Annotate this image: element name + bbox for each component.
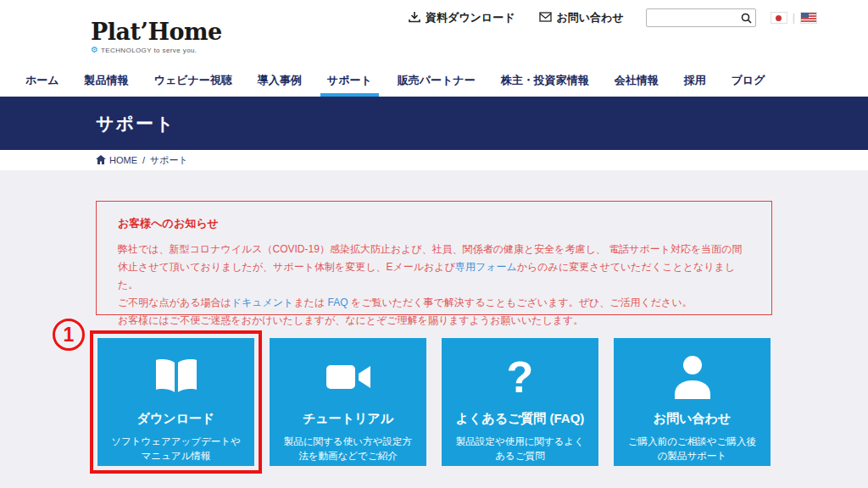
us-flag-icon[interactable] bbox=[801, 13, 816, 23]
card-tutorial-title: チュートリアル bbox=[270, 411, 426, 427]
nav-item-webinar[interactable]: ウェビナー視聴 bbox=[154, 64, 232, 97]
nav-item-support[interactable]: サポート bbox=[327, 64, 372, 97]
card-contact-title: お問い合わせ bbox=[614, 411, 771, 427]
support-cards-row: ダウンロード ソフトウェアアップデートや マニュアル情報 チュートリアル 製品に… bbox=[97, 338, 771, 466]
gear-icon: ⚙ bbox=[91, 46, 98, 54]
notice-text-3: ご不明な点がある場合は bbox=[118, 297, 231, 308]
person-icon bbox=[614, 352, 771, 402]
download-icon bbox=[409, 11, 420, 25]
notice-text-5: をご覧いただく事で解決することもございます。ぜひ、ご活用ください。 bbox=[348, 297, 693, 308]
card-download-desc-line2: マニュアル情報 bbox=[142, 451, 211, 461]
card-faq-desc-line1: 製品設定や使用に関するよく bbox=[456, 436, 584, 446]
breadcrumb-separator: / bbox=[142, 155, 145, 165]
card-contact-desc: ご購入前のご相談やご購入後 の製品サポート bbox=[614, 435, 771, 463]
breadcrumb: HOME / サポート bbox=[96, 154, 188, 167]
annotation-number: 1 bbox=[64, 324, 75, 347]
search-icon[interactable] bbox=[741, 12, 752, 27]
card-contact[interactable]: お問い合わせ ご購入前のご相談やご購入後 の製品サポート bbox=[614, 338, 771, 466]
documents-link[interactable]: ドキュメント bbox=[231, 297, 294, 308]
logo-tagline: ⚙ TECHNOLOGY to serve you. bbox=[91, 46, 222, 54]
annotation-circled-number-1: 1 bbox=[53, 319, 85, 351]
contact-link[interactable]: お問い合わせ bbox=[539, 10, 624, 25]
dedicated-form-link[interactable]: 専用フォーム bbox=[455, 261, 517, 273]
breadcrumb-bar: HOME / サポート bbox=[0, 150, 868, 170]
page: Plat’Home ⚙ TECHNOLOGY to serve you. 資料ダ… bbox=[0, 0, 868, 488]
nav-item-recruit[interactable]: 採用 bbox=[684, 64, 706, 97]
card-faq-desc-line2: あるご質問 bbox=[495, 451, 544, 461]
breadcrumb-home-link[interactable]: HOME bbox=[96, 155, 137, 166]
card-download-desc-line1: ソフトウェアアップデートや bbox=[111, 436, 241, 446]
question-mark-icon: ? bbox=[442, 352, 598, 402]
card-tutorial-desc-line1: 製品に関する使い方や設定方 bbox=[284, 436, 412, 446]
logo-tagline-text: TECHNOLOGY to serve you. bbox=[101, 47, 198, 54]
card-faq-title: よくあるご質問 (FAQ) bbox=[442, 411, 598, 427]
notice-title: お客様へのお知らせ bbox=[118, 216, 750, 231]
contact-label: お問い合わせ bbox=[557, 10, 624, 25]
nav-item-products[interactable]: 製品情報 bbox=[85, 64, 129, 97]
flag-divider: | bbox=[793, 12, 795, 24]
page-hero-banner: サポート bbox=[0, 97, 868, 150]
main-nav: ホーム 製品情報 ウェビナー視聴 導入事例 サポート 販売パートナー 株主・投資… bbox=[0, 64, 868, 97]
card-faq-desc: 製品設定や使用に関するよく あるご質問 bbox=[442, 435, 598, 463]
search-input[interactable] bbox=[646, 8, 756, 27]
nav-item-partners[interactable]: 販売パートナー bbox=[398, 64, 476, 97]
site-logo[interactable]: Plat’Home ⚙ TECHNOLOGY to serve you. bbox=[91, 20, 222, 54]
logo-title: Plat’Home bbox=[91, 20, 222, 44]
breadcrumb-home-label: HOME bbox=[109, 155, 137, 165]
nav-item-company-info[interactable]: 会社情報 bbox=[615, 64, 659, 97]
card-download-desc: ソフトウェアアップデートや マニュアル情報 bbox=[97, 435, 254, 463]
header-utility-bar: 資料ダウンロード お問い合わせ | bbox=[409, 8, 816, 27]
download-materials-link[interactable]: 資料ダウンロード bbox=[409, 10, 515, 25]
notice-body: 弊社では、新型コロナウイルス（COVID-19）感染拡大防止および、社員、関係者… bbox=[118, 241, 750, 330]
faq-link[interactable]: FAQ bbox=[328, 297, 348, 308]
card-download[interactable]: ダウンロード ソフトウェアアップデートや マニュアル情報 bbox=[97, 338, 254, 466]
language-switcher: | bbox=[771, 12, 816, 24]
download-materials-label: 資料ダウンロード bbox=[426, 10, 515, 25]
question-glyph: ? bbox=[507, 355, 534, 399]
card-tutorial[interactable]: チュートリアル 製品に関する使い方や設定方 法を動画などでご紹介 bbox=[270, 338, 426, 466]
open-book-icon bbox=[97, 352, 254, 402]
customer-notice-box: お客様へのお知らせ 弊社では、新型コロナウイルス（COVID-19）感染拡大防止… bbox=[96, 201, 772, 315]
notice-text-6: お客様にはご不便ご迷惑をおかけいたしますが、なにとぞご理解を賜りますようお願いい… bbox=[118, 314, 583, 326]
main-content: お客様へのお知らせ 弊社では、新型コロナウイルス（COVID-19）感染拡大防止… bbox=[0, 170, 868, 488]
top-header: Plat’Home ⚙ TECHNOLOGY to serve you. 資料ダ… bbox=[0, 0, 868, 64]
page-title: サポート bbox=[96, 112, 175, 136]
card-contact-desc-line1: ご購入前のご相談やご購入後 bbox=[628, 436, 756, 446]
card-tutorial-desc: 製品に関する使い方や設定方 法を動画などでご紹介 bbox=[270, 435, 426, 463]
nav-item-case-studies[interactable]: 導入事例 bbox=[258, 64, 302, 97]
card-contact-desc-line2: の製品サポート bbox=[658, 451, 727, 461]
japan-flag-icon[interactable] bbox=[771, 13, 787, 23]
card-faq[interactable]: ? よくあるご質問 (FAQ) 製品設定や使用に関するよく あるご質問 bbox=[442, 338, 598, 466]
card-download-title: ダウンロード bbox=[97, 411, 254, 427]
nav-item-investor-info[interactable]: 株主・投資家情報 bbox=[501, 64, 589, 97]
breadcrumb-current: サポート bbox=[150, 154, 188, 167]
nav-item-home[interactable]: ホーム bbox=[25, 64, 59, 97]
card-tutorial-desc-line2: 法を動画などでご紹介 bbox=[298, 451, 397, 461]
search-box bbox=[646, 8, 756, 27]
mail-icon bbox=[539, 12, 552, 25]
notice-text-4: または bbox=[293, 297, 327, 308]
video-camera-icon bbox=[270, 352, 426, 402]
nav-item-blog[interactable]: ブログ bbox=[732, 64, 765, 97]
home-icon bbox=[96, 155, 106, 166]
